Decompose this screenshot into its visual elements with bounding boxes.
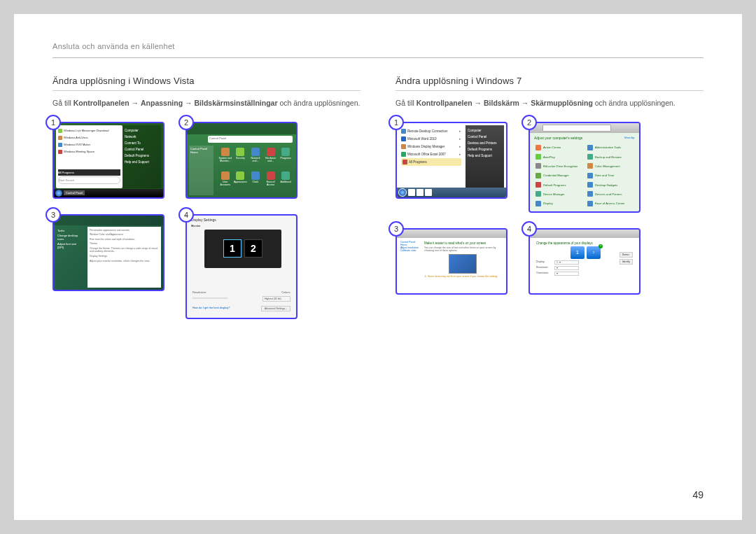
win7-body-post: och ändra upplösningen. — [593, 99, 676, 107]
vista-step1-wrap: 1 Windows Live Messenger Download Window… — [52, 122, 164, 199]
vista-title: Ändra upplösning i Windows Vista — [52, 76, 360, 91]
win7-step4: Change the appearance of your displays 1… — [528, 228, 640, 295]
vista-step2: Control Panel Control Panel Home System … — [186, 122, 298, 199]
vista-step2-wrap: 2 Control Panel Control Panel Home Syste… — [186, 122, 298, 199]
step-badge: 3 — [46, 207, 61, 223]
vista-step3-wrap: 3 Tasks Change desktop icons Adjust font… — [52, 214, 164, 319]
vista-step4-wrap: 4 Display Settings Monitor 1 2 Resolutio… — [186, 214, 298, 319]
win7-kw3: Skärmupplösning — [531, 99, 593, 107]
vista-step4: Display Settings Monitor 1 2 Resolution:… — [186, 214, 298, 319]
vista-row2: 3 Tasks Change desktop icons Adjust font… — [52, 214, 360, 319]
page-number: 49 — [692, 489, 704, 500]
start-menu-left: Windows Live Messenger Download Windows … — [56, 125, 122, 188]
win7-step4-wrap: 4 Change the appearance of your displays… — [528, 228, 640, 295]
vista-kw1: Kontrollpanelen — [74, 99, 130, 107]
win7-step3-wrap: 3 Control Panel Home Adjust resolution C… — [396, 228, 507, 295]
arrow-icon: → — [475, 99, 484, 107]
vista-row1: 1 Windows Live Messenger Download Window… — [52, 122, 360, 199]
vista-kw3: Bildskärmsinställningar — [194, 99, 277, 107]
win7-row2: 3 Control Panel Home Adjust resolution C… — [396, 228, 704, 295]
win7-row1: 1 Remote Desktop Connection▸ Microsoft W… — [396, 122, 704, 213]
step-badge: 2 — [178, 115, 194, 130]
win7-title: Ändra upplösning i Windows 7 — [396, 76, 704, 91]
win7-column: Ändra upplösning i Windows 7 Gå till Kon… — [396, 76, 704, 335]
step-badge: 4 — [522, 221, 537, 237]
step-badge: 1 — [388, 115, 404, 130]
start-orb-icon — [398, 188, 407, 197]
vista-body: Gå till Kontrollpanelen → Anpassning → B… — [52, 98, 360, 109]
win7-body: Gå till Kontrollpanelen → Bildskärm → Sk… — [396, 98, 704, 109]
arrow-icon: → — [132, 99, 141, 107]
win7-kw2: Bildskärm — [484, 99, 519, 107]
vista-step1: Windows Live Messenger Download Windows … — [52, 122, 164, 199]
vista-body-post: och ändra upplösningen. — [278, 99, 360, 107]
taskbar: Control Panel — [54, 189, 163, 197]
start-menu-right: Computer Network Connect To Control Pane… — [122, 125, 161, 188]
arrow-icon: → — [522, 99, 531, 107]
content-columns: Ändra upplösning i Windows Vista Gå till… — [52, 76, 704, 335]
page-header: Ansluta och använda en källenhet — [52, 42, 704, 58]
vista-body-pre: Gå till — [52, 99, 74, 107]
vista-step3: Tasks Change desktop icons Adjust font s… — [52, 214, 164, 291]
win7-kw1: Kontrollpanelen — [416, 99, 472, 107]
start-orb-icon — [55, 190, 62, 197]
win7-step1-wrap: 1 Remote Desktop Connection▸ Microsoft W… — [396, 122, 507, 213]
win7-body-pre: Gå till — [396, 99, 416, 107]
win7-step2: Adjust your computer's settings View by:… — [528, 122, 640, 213]
manual-page: Ansluta och använda en källenhet Ändra u… — [14, 14, 742, 520]
step-badge: 4 — [178, 207, 194, 223]
win7-step2-wrap: 2 Adjust your computer's settings View b… — [528, 122, 640, 213]
vista-kw2: Anpassning — [141, 99, 183, 107]
arrow-icon: → — [185, 99, 194, 107]
win7-step3: Control Panel Home Adjust resolution Cal… — [396, 228, 507, 295]
step-badge: 1 — [46, 115, 61, 130]
win7-step1: Remote Desktop Connection▸ Microsoft Wor… — [396, 122, 507, 199]
step-badge: 2 — [522, 115, 537, 130]
vista-column: Ändra upplösning i Windows Vista Gå till… — [52, 76, 360, 335]
step-badge: 3 — [388, 221, 404, 237]
